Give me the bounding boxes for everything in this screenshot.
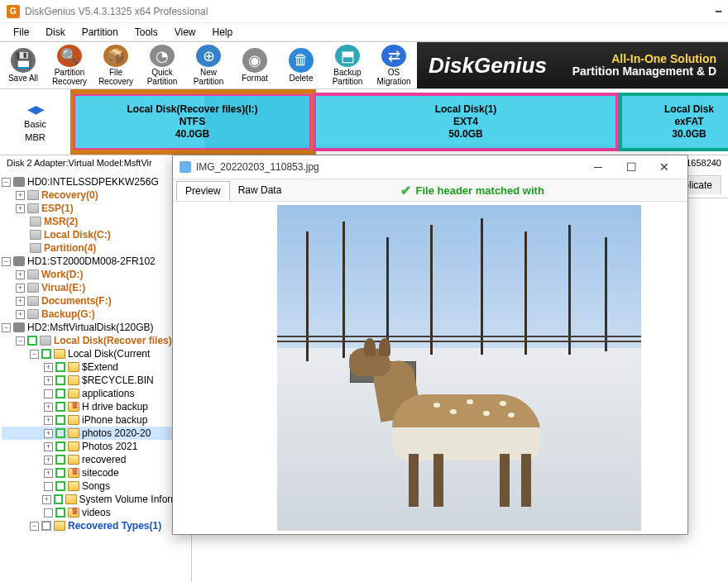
- toolbar-btn-file-recovery[interactable]: 📦File Recovery: [93, 42, 139, 88]
- tab-preview[interactable]: Preview: [176, 181, 230, 201]
- menu-file[interactable]: File: [5, 25, 37, 40]
- checkbox-icon[interactable]: [54, 494, 64, 504]
- toolbar-btn-quick-partition[interactable]: ◔Quick Partition: [139, 42, 185, 88]
- minimize-icon[interactable]: ━: [716, 6, 721, 17]
- tree-toggle[interactable]: +: [16, 284, 25, 293]
- tree-toggle[interactable]: +: [44, 456, 53, 465]
- tree-item[interactable]: Partition(4): [2, 241, 189, 255]
- tree-item[interactable]: −HD0:INTELSSDPEKKW256G: [2, 175, 189, 188]
- checkbox-icon[interactable]: [55, 389, 65, 398]
- tree-item[interactable]: +H drive backup: [2, 400, 189, 413]
- toolbar-btn-delete[interactable]: 🗑Delete: [278, 42, 324, 88]
- partition-1[interactable]: Local Disk(1) EXT4 50.0GB: [313, 93, 619, 151]
- tree-toggle[interactable]: +: [16, 204, 25, 213]
- tree-item[interactable]: +Backup(G:): [2, 308, 189, 321]
- tab-raw-data[interactable]: Raw Data: [230, 181, 290, 199]
- tree-toggle[interactable]: −: [2, 178, 11, 187]
- tree-toggle[interactable]: +: [44, 469, 53, 478]
- checkbox-icon[interactable]: [55, 402, 65, 412]
- tree-item[interactable]: +Work(D:): [2, 268, 189, 281]
- tree-toggle[interactable]: +: [44, 429, 53, 438]
- tree-toggle[interactable]: +: [16, 270, 25, 279]
- tree-toggle[interactable]: −: [30, 522, 39, 531]
- folder-icon: [13, 322, 25, 332]
- tree-item[interactable]: +recovered: [2, 453, 189, 466]
- tree-item[interactable]: +$RECYCLE.BIN: [2, 374, 189, 387]
- checkbox-icon[interactable]: [55, 508, 65, 518]
- tree-toggle[interactable]: [44, 482, 53, 491]
- checkbox-icon[interactable]: [55, 441, 65, 451]
- toolbar-btn-os-migration[interactable]: ⇄OS Migration: [371, 42, 417, 88]
- close-icon[interactable]: ✕: [648, 160, 681, 174]
- toolbar-btn-backup-partition[interactable]: ⬒Backup Partition: [324, 42, 371, 88]
- tree-item[interactable]: +Photos 2021: [2, 440, 189, 453]
- toolbar-btn-format[interactable]: ◉Format: [232, 42, 278, 88]
- tree-item[interactable]: +iPhone backup: [2, 413, 189, 427]
- checkbox-icon[interactable]: [27, 336, 37, 346]
- preview-titlebar[interactable]: IMG_20220203_110853.jpg ─ ☐ ✕: [173, 155, 687, 179]
- tree-item[interactable]: +Recovery(0): [2, 188, 189, 202]
- checkbox-icon[interactable]: [55, 455, 65, 465]
- tree-toggle[interactable]: +: [44, 442, 53, 451]
- tree-item[interactable]: −Local Disk(Current: [2, 347, 189, 360]
- partition-0[interactable]: Local Disk(Recover files)(I:) NTFS 40.0G…: [72, 93, 313, 151]
- tree-item[interactable]: −HD2:MsftVirtualDisk(120GB): [2, 321, 189, 334]
- menu-partition[interactable]: Partition: [74, 25, 127, 40]
- tree-toggle[interactable]: +: [44, 416, 53, 425]
- folder-icon: [68, 415, 79, 425]
- tree-item[interactable]: applications: [2, 387, 189, 400]
- tree-item[interactable]: +$Extend: [2, 360, 189, 374]
- checkbox-icon[interactable]: [41, 521, 51, 531]
- tree-toggle[interactable]: [44, 389, 53, 398]
- tree-toggle[interactable]: +: [42, 495, 51, 504]
- app-title: DiskGenius V5.4.3.1325 x64 Professional: [25, 6, 208, 17]
- partition-2[interactable]: Local Disk exFAT 30.0GB: [619, 93, 728, 151]
- tree-toggle[interactable]: −: [2, 323, 11, 332]
- menu-disk[interactable]: Disk: [37, 25, 73, 40]
- tree-item[interactable]: +Virual(E:): [2, 281, 189, 294]
- minimize-icon[interactable]: ─: [582, 160, 615, 174]
- tree-toggle[interactable]: +: [44, 363, 53, 372]
- checkbox-icon[interactable]: [55, 362, 65, 372]
- maximize-icon[interactable]: ☐: [615, 160, 648, 174]
- tree-item[interactable]: MSR(2): [2, 215, 189, 228]
- tree-item[interactable]: +photos 2020-20: [2, 427, 189, 440]
- tree-item[interactable]: +ESP(1): [2, 202, 189, 215]
- menu-help[interactable]: Help: [204, 25, 242, 40]
- tree-item[interactable]: +System Volume Informati: [2, 493, 189, 506]
- checkbox-icon[interactable]: [55, 481, 65, 491]
- tree-item[interactable]: −Local Disk(Recover files): [2, 334, 189, 347]
- checkbox-icon[interactable]: [55, 375, 65, 385]
- tree-toggle[interactable]: −: [2, 257, 11, 266]
- tree-toggle[interactable]: +: [16, 297, 25, 306]
- checkbox-icon[interactable]: [55, 468, 65, 478]
- tree-toggle[interactable]: +: [16, 310, 25, 319]
- toolbar-btn-save-all[interactable]: 💾Save All: [0, 42, 46, 88]
- checkbox-icon[interactable]: [41, 349, 51, 359]
- nav-arrows[interactable]: ◀ ▶: [27, 103, 44, 116]
- toolbar-btn-new-partition[interactable]: ⊕New Partition: [185, 42, 232, 88]
- toolbar-icon: 💾: [11, 48, 36, 73]
- tree-item[interactable]: +sitecode: [2, 466, 189, 479]
- tree-toggle[interactable]: −: [16, 336, 25, 346]
- partitions: Local Disk(Recover files)(I:) NTFS 40.0G…: [70, 89, 728, 155]
- preview-body: [173, 202, 687, 534]
- tree-toggle[interactable]: [44, 508, 53, 518]
- checkbox-icon[interactable]: [55, 428, 65, 438]
- tree-item[interactable]: videos: [2, 506, 189, 519]
- tree[interactable]: −HD0:INTELSSDPEKKW256G+Recovery(0)+ESP(1…: [0, 172, 192, 582]
- tree-item[interactable]: −Recovered Types(1): [2, 519, 189, 532]
- tree-toggle[interactable]: +: [44, 403, 53, 412]
- menu-tools[interactable]: Tools: [127, 25, 166, 40]
- tree-item[interactable]: Songs: [2, 479, 189, 493]
- tree-item[interactable]: Local Disk(C:): [2, 228, 189, 241]
- banner-line1: All-In-One Solution: [611, 52, 716, 65]
- tree-item[interactable]: −HD1:ST2000DM008-2FR102: [2, 255, 189, 268]
- tree-toggle[interactable]: +: [16, 191, 25, 200]
- toolbar-btn-partition-recovery[interactable]: 🔍Partition Recovery: [46, 42, 93, 88]
- menu-view[interactable]: View: [166, 25, 204, 40]
- tree-item[interactable]: +Documents(F:): [2, 294, 189, 308]
- tree-toggle[interactable]: +: [44, 376, 53, 385]
- checkbox-icon[interactable]: [55, 415, 65, 425]
- tree-toggle[interactable]: −: [30, 350, 39, 359]
